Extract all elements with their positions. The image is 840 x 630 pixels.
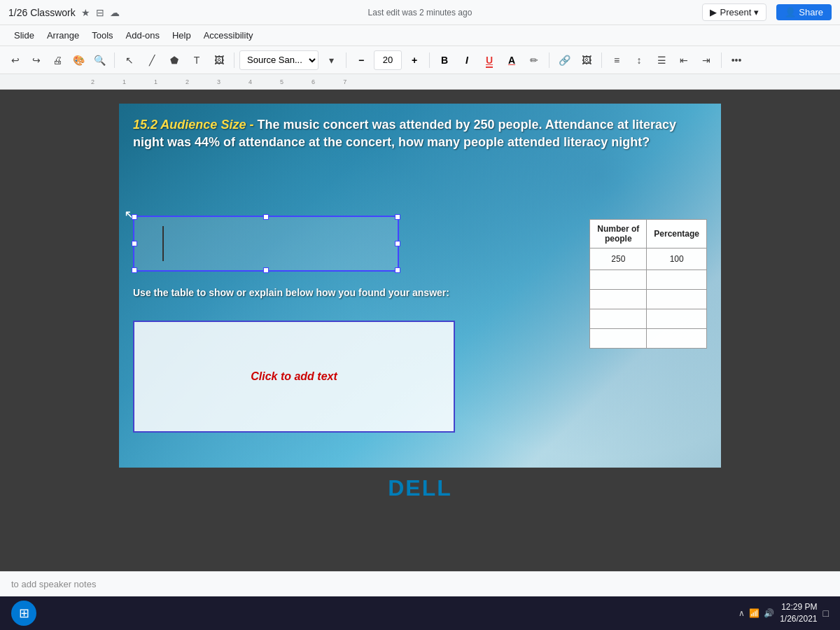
- taskbar-left: ⊞: [11, 601, 36, 626]
- font-size-input[interactable]: [374, 50, 402, 70]
- color-label: A: [508, 55, 515, 66]
- image-tool[interactable]: 🖼: [209, 50, 229, 70]
- share-button[interactable]: 👤 Share: [776, 4, 832, 20]
- notification-button[interactable]: □: [823, 608, 829, 619]
- handle-ml: [132, 241, 137, 246]
- table-cell-pct-5: [647, 329, 707, 349]
- table-cell-people-3: [590, 290, 647, 309]
- present-button[interactable]: ▶ Present ▾: [702, 4, 766, 21]
- taskbar: ⊞ ∧ 📶 🔊 12:29 PM 1/26/2021 □: [0, 596, 840, 630]
- print-button[interactable]: 🖨: [48, 50, 67, 70]
- handle-tr: [395, 214, 400, 220]
- menu-arrange[interactable]: Arrange: [41, 29, 85, 42]
- indent-less-button[interactable]: ⇤: [674, 50, 694, 70]
- line-tool[interactable]: ╱: [142, 50, 162, 70]
- menu-help[interactable]: Help: [167, 29, 197, 42]
- taskbar-network-icon: 📶: [749, 608, 760, 618]
- line-spacing-button[interactable]: ↕: [629, 50, 649, 70]
- handle-tm: [263, 214, 269, 220]
- taskbar-clock[interactable]: 12:29 PM 1/26/2021: [780, 601, 817, 625]
- taskbar-volume-icon[interactable]: 🔊: [764, 608, 774, 618]
- answer-text-box[interactable]: Click to add text: [133, 321, 455, 433]
- increase-font-button[interactable]: +: [405, 50, 424, 70]
- underline-label: U: [486, 55, 493, 66]
- share-icon: 👤: [785, 7, 796, 18]
- insert-image-button[interactable]: 🖼: [577, 50, 596, 70]
- underline-button[interactable]: U: [479, 50, 499, 70]
- paint-format-button[interactable]: 🎨: [69, 50, 88, 70]
- star-icon[interactable]: [81, 7, 90, 18]
- current-date: 1/26/2021: [780, 613, 817, 625]
- menu-accessibility[interactable]: Accessibility: [198, 29, 259, 42]
- text-tool[interactable]: T: [187, 50, 206, 70]
- zoom-button[interactable]: 🔍: [90, 50, 109, 70]
- table-header-people: Number ofpeople: [590, 220, 647, 248]
- ruler-mark-6: 4: [248, 78, 252, 85]
- ruler: 2 1 1 2 3 4 5 6 7: [0, 74, 840, 90]
- click-to-add-text[interactable]: Click to add text: [251, 370, 337, 383]
- ruler-mark-8: 6: [312, 78, 315, 85]
- text-input-box[interactable]: ↖: [133, 216, 399, 272]
- cursor-tool[interactable]: ↖: [120, 50, 139, 70]
- menu-tools[interactable]: Tools: [86, 29, 118, 42]
- chevron-up-icon[interactable]: ∧: [738, 608, 745, 618]
- handle-mr: [395, 241, 400, 246]
- handle-tl: [132, 214, 137, 220]
- toolbar-separator-5: [549, 52, 550, 68]
- present-label: Present: [720, 7, 751, 18]
- document-title: 1/26 Classwork: [8, 7, 76, 18]
- slide-canvas[interactable]: 15.2 Audience Size - The music concert w…: [119, 104, 721, 468]
- toolbar: ↩ ↪ 🖨 🎨 🔍 ↖ ╱ ⬟ T 🖼 Source San... ▾ − + …: [0, 46, 840, 74]
- menu-addons[interactable]: Add-ons: [120, 29, 165, 42]
- text-cursor: [162, 226, 164, 261]
- handle-br: [395, 267, 400, 273]
- handle-bl: [132, 267, 137, 273]
- undo-button[interactable]: ↩: [6, 50, 25, 70]
- indent-more-button[interactable]: ⇥: [696, 50, 716, 70]
- highlight-button[interactable]: ✏: [524, 50, 544, 70]
- bold-button[interactable]: B: [435, 50, 454, 70]
- ruler-mark-2: 1: [122, 78, 126, 85]
- toolbar-left-icons: ↩ ↪ 🖨 🎨 🔍: [6, 50, 109, 70]
- editor-area: 15.2 Audience Size - The music concert w…: [0, 90, 840, 571]
- toolbar-separator-3: [346, 52, 346, 68]
- table-cell-people-5: [590, 329, 647, 349]
- bookmark-icon[interactable]: ⊟: [96, 7, 104, 18]
- table-cell-people-4: [590, 309, 647, 329]
- decrease-font-button[interactable]: −: [351, 50, 371, 70]
- taskbar-icons: ∧ 📶 🔊: [738, 608, 774, 618]
- table-row: [590, 290, 707, 309]
- font-dropdown-btn[interactable]: ▾: [321, 50, 341, 70]
- table-cell-pct-1: 100: [647, 248, 707, 270]
- menu-slide[interactable]: Slide: [8, 29, 40, 42]
- font-selector[interactable]: Source San...: [239, 50, 318, 70]
- cloud-icon[interactable]: ☁: [110, 7, 120, 18]
- data-table: Number ofpeople Percentage 250 100: [589, 219, 707, 349]
- present-icon: ▶: [710, 7, 717, 18]
- table-cell-people-2: [590, 270, 647, 290]
- redo-button[interactable]: ↪: [27, 50, 46, 70]
- bullets-button[interactable]: ☰: [652, 50, 671, 70]
- link-button[interactable]: 🔗: [554, 50, 574, 70]
- toolbar-separator-4: [429, 52, 430, 68]
- ruler-mark-3: 1: [154, 78, 158, 85]
- present-dropdown-icon[interactable]: ▾: [754, 7, 759, 18]
- table-cell-pct-2: [647, 270, 707, 290]
- start-button[interactable]: ⊞: [11, 601, 36, 626]
- toolbar-separator-2: [234, 52, 234, 68]
- table-cell-people-1: 250: [590, 248, 647, 270]
- shape-tool[interactable]: ⬟: [164, 50, 184, 70]
- table-cell-pct-4: [647, 309, 707, 329]
- instruction-text: Use the table to show or explain below h…: [133, 286, 455, 300]
- align-left-button[interactable]: ≡: [607, 50, 626, 70]
- font-color-button[interactable]: A: [502, 50, 522, 70]
- question-number: 15.2 Audience Size -: [133, 118, 253, 132]
- ruler-mark-1: 2: [91, 78, 94, 85]
- notes-bar[interactable]: to add speaker notes: [0, 571, 840, 596]
- table-cell-pct-3: [647, 290, 707, 309]
- handle-bm: [263, 267, 269, 273]
- italic-button[interactable]: I: [457, 50, 477, 70]
- more-options-button[interactable]: •••: [727, 50, 746, 70]
- notes-placeholder: to add speaker notes: [11, 579, 96, 589]
- ruler-mark-7: 5: [280, 78, 284, 85]
